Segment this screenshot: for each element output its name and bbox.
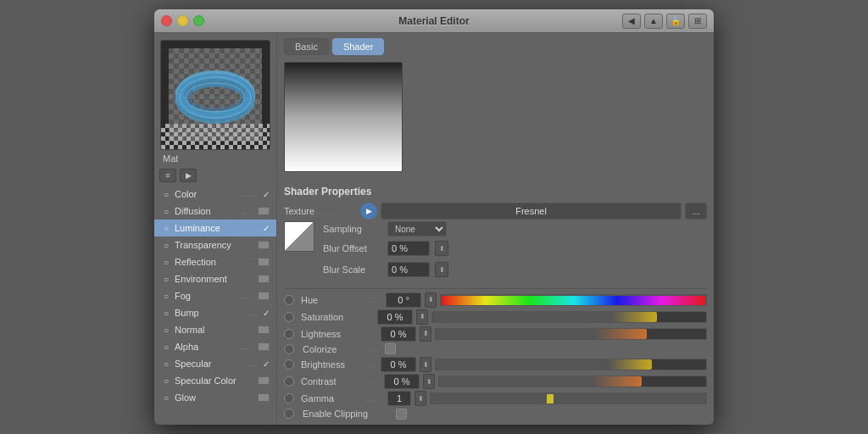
- brightness-radio[interactable]: [284, 359, 294, 370]
- contrast-value[interactable]: 0 %: [384, 374, 420, 389]
- enable-clipping-label: Enable Clipping: [303, 409, 379, 419]
- gamma-slider[interactable]: [430, 392, 707, 404]
- brightness-label: Brightness: [301, 359, 362, 370]
- mat-toolbar: ≡ ▶: [154, 167, 276, 184]
- glow-icon: [258, 393, 270, 402]
- gamma-value[interactable]: 1: [387, 391, 411, 406]
- blur-offset-label: Blur Offset: [323, 243, 382, 253]
- normal-icon: [258, 326, 270, 334]
- shader-item-reflection[interactable]: ○ Reflection ...: [154, 253, 276, 270]
- sub-properties: Sampling None SAT MIP Blur Offset 0 % ⬍: [323, 221, 707, 281]
- shader-item-diffusion[interactable]: ○ Diffusion ....: [154, 203, 276, 220]
- sampling-label: Sampling: [323, 224, 382, 234]
- hue-value[interactable]: 0 °: [386, 292, 421, 308]
- gamma-radio[interactable]: [284, 393, 294, 403]
- shader-item-bump[interactable]: ○ Bump ..... ✓: [154, 304, 276, 321]
- blur-offset-row: Blur Offset 0 % ⬍: [323, 239, 707, 258]
- lightness-value[interactable]: 0 %: [381, 326, 416, 342]
- sampling-select[interactable]: None SAT MIP: [387, 221, 447, 236]
- hue-spinner[interactable]: ⬍: [425, 292, 437, 308]
- transparency-icon: [258, 241, 270, 249]
- shader-item-alpha[interactable]: ○ Alpha .....: [154, 338, 276, 355]
- nav-back-button[interactable]: ◀: [622, 14, 641, 29]
- saturation-slider[interactable]: [431, 311, 707, 323]
- content-area: Mat ≡ ▶ ○ Color ...... ✓ ○ Diffusion ...…: [154, 33, 714, 425]
- mat-action-button[interactable]: ≡: [159, 169, 176, 182]
- contrast-label: Contrast: [301, 376, 362, 387]
- shader-item-environment[interactable]: ○ Environment: [154, 270, 276, 287]
- lightness-radio[interactable]: [284, 329, 294, 339]
- lightness-spinner[interactable]: ⬍: [420, 326, 431, 342]
- expand-button[interactable]: ⊞: [688, 14, 707, 29]
- mat-options-button[interactable]: ▶: [180, 169, 197, 182]
- saturation-radio[interactable]: [284, 312, 294, 322]
- reflection-icon: [258, 258, 270, 266]
- texture-name-button[interactable]: Fresnel: [381, 203, 682, 220]
- shader-item-fog[interactable]: ○ Fog ......: [154, 287, 276, 304]
- hue-label: Hue: [301, 295, 362, 305]
- blur-scale-value[interactable]: 0 %: [387, 262, 430, 277]
- shader-item-transparency[interactable]: ○ Transparency: [154, 236, 276, 253]
- close-button[interactable]: [161, 15, 172, 26]
- shader-item-glow[interactable]: ○ Glow: [154, 389, 276, 406]
- maximize-button[interactable]: [193, 15, 204, 26]
- lock-button[interactable]: 🔒: [666, 14, 685, 29]
- shader-item-specular-color[interactable]: ○ Specular Color: [154, 372, 276, 389]
- texture-action-button[interactable]: ▶: [360, 203, 377, 220]
- window-title: Material Editor: [398, 15, 469, 27]
- colorize-checkbox[interactable]: [385, 343, 396, 354]
- texture-more-button[interactable]: ...: [685, 203, 707, 220]
- hue-row: Hue ...... 0 ° ⬍: [284, 292, 707, 308]
- lightness-row: Lightness .... 0 % ⬍: [284, 326, 707, 342]
- gradient-preview: [284, 62, 403, 172]
- shader-item-color[interactable]: ○ Color ...... ✓: [154, 186, 276, 203]
- tabs-row: Basic Shader: [284, 38, 707, 55]
- title-bar: Material Editor ◀ ▲ 🔒 ⊞: [154, 9, 714, 33]
- shader-item-luminance[interactable]: ○ Luminance ✓: [154, 220, 276, 236]
- main-window: Material Editor ◀ ▲ 🔒 ⊞: [154, 9, 714, 425]
- blur-offset-value[interactable]: 0 %: [387, 241, 430, 256]
- luminance-radio: ○: [161, 224, 171, 233]
- saturation-value[interactable]: 0 %: [377, 309, 413, 325]
- tab-basic[interactable]: Basic: [284, 38, 329, 55]
- lightness-slider[interactable]: [435, 328, 707, 340]
- tab-shader[interactable]: Shader: [332, 38, 384, 55]
- brightness-value[interactable]: 0 %: [381, 357, 416, 372]
- shader-item-normal[interactable]: ○ Normal: [154, 321, 276, 338]
- material-label: Mat: [154, 150, 276, 167]
- bump-check: ✓: [263, 309, 270, 318]
- blur-scale-spinner[interactable]: ⬍: [435, 262, 448, 277]
- enable-clipping-radio[interactable]: [284, 409, 294, 419]
- luminance-check: ✓: [263, 224, 270, 233]
- brightness-spinner[interactable]: ⬍: [420, 357, 431, 372]
- gamma-row: Gamma ....... 1 ⬍: [284, 391, 707, 406]
- enable-clipping-checkbox[interactable]: [396, 409, 407, 420]
- minimize-button[interactable]: [177, 15, 188, 26]
- sampling-row: Sampling None SAT MIP: [323, 221, 707, 236]
- colorize-radio[interactable]: [284, 344, 294, 354]
- color-radio: ○: [161, 190, 171, 199]
- diffusion-radio: ○: [161, 207, 171, 216]
- contrast-slider[interactable]: [438, 376, 707, 387]
- saturation-fill: [432, 312, 657, 322]
- specular-color-icon: [258, 376, 270, 385]
- contrast-fill: [439, 376, 642, 387]
- lightness-fill: [436, 329, 647, 339]
- nav-forward-button[interactable]: ▲: [644, 14, 663, 29]
- traffic-lights: [161, 15, 204, 26]
- brightness-slider[interactable]: [435, 359, 707, 370]
- hue-radio[interactable]: [284, 295, 294, 305]
- texture-dots: ........: [316, 208, 360, 215]
- alpha-icon: [258, 342, 270, 351]
- left-panel: Mat ≡ ▶ ○ Color ...... ✓ ○ Diffusion ...…: [154, 33, 277, 425]
- diffusion-icon: [258, 207, 270, 215]
- gamma-spinner[interactable]: ⬍: [415, 391, 426, 406]
- blur-scale-row: Blur Scale 0 % ⬍: [323, 260, 707, 279]
- shader-item-specular[interactable]: ○ Specular .... ✓: [154, 355, 276, 372]
- contrast-radio[interactable]: [284, 376, 294, 387]
- gamma-thumb: [547, 394, 554, 404]
- hue-slider[interactable]: [440, 294, 707, 306]
- blur-offset-spinner[interactable]: ⬍: [435, 241, 448, 256]
- saturation-spinner[interactable]: ⬍: [416, 309, 428, 325]
- contrast-spinner[interactable]: ⬍: [423, 374, 435, 389]
